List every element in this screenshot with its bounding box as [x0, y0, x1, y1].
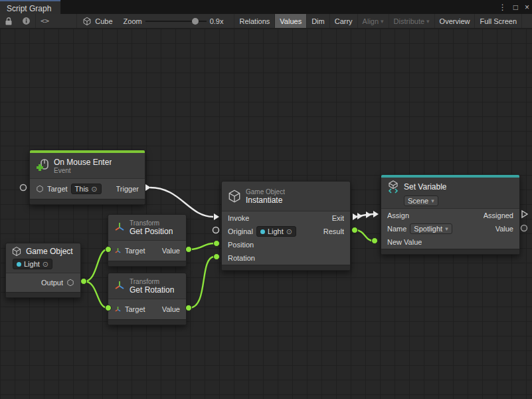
node-set-variable[interactable]: Set Variable Scene ▾ Assign Assigned Nam…: [381, 174, 520, 255]
carry-label: Carry: [335, 17, 353, 25]
variable-kind: Scene: [408, 197, 428, 205]
zoom-slider[interactable]: [145, 14, 207, 29]
code-view-button[interactable]: <>: [36, 14, 54, 28]
fullscreen-button[interactable]: Full Screen: [475, 14, 522, 28]
wire-result-to-newvalue[interactable]: [355, 230, 373, 241]
output-port-label: Output: [41, 279, 63, 287]
toolbar-buttons: Relations Values Dim Carry Align ▾ Distr…: [234, 14, 522, 28]
transform-icon: [114, 247, 122, 255]
target-value-field[interactable]: This ⊙: [71, 184, 102, 194]
original-value-field[interactable]: Light ⊙: [256, 226, 296, 237]
info-button[interactable]: [17, 14, 35, 28]
wire-gameobject-to-getposition[interactable]: [84, 249, 108, 281]
zoom-control: Zoom 0.9x: [118, 14, 229, 28]
values-button[interactable]: Values: [275, 14, 307, 28]
light-object-icon: [17, 262, 21, 267]
new-value-port-label: New Value: [387, 238, 422, 246]
game-object-icon: [227, 189, 242, 203]
value-port-label: Value: [162, 247, 180, 255]
node-on-mouse-enter[interactable]: On Mouse Enter Event Target This ⊙: [29, 150, 145, 205]
port-gameobject-output[interactable]: [81, 279, 87, 285]
tab-bar: Script Graph ⋮ □ ×: [0, 0, 532, 14]
name-port-label: Name: [387, 225, 406, 233]
assigned-port-label: Assigned: [484, 211, 513, 219]
port-assign-input[interactable]: [373, 211, 379, 217]
on-mouse-enter-icon: [35, 158, 50, 173]
assign-port-label: Assign: [387, 211, 409, 219]
relations-button[interactable]: Relations: [234, 14, 275, 28]
dim-button[interactable]: Dim: [307, 14, 330, 28]
lock-button[interactable]: [0, 14, 17, 28]
zoom-slider-knob[interactable]: [192, 18, 199, 25]
code-icon: <>: [41, 17, 49, 25]
graph-breadcrumb[interactable]: Cube: [77, 14, 118, 28]
close-icon[interactable]: ×: [525, 3, 529, 12]
port-exit-output[interactable]: [353, 213, 358, 220]
align-button[interactable]: Align ▾: [358, 14, 389, 28]
invoke-port-label: Invoke: [228, 214, 249, 222]
value-port-label: Value: [495, 225, 513, 233]
exit-port-label: Exit: [332, 214, 344, 222]
node-get-position[interactable]: Transform Get Position Target Value: [108, 214, 187, 267]
port-position-input[interactable]: [214, 241, 220, 247]
variable-kind-dropdown[interactable]: Scene ▾: [404, 196, 438, 206]
chevron-down-icon: ▾: [381, 18, 384, 25]
variable-name-dropdown[interactable]: Spotlight ▾: [410, 223, 452, 234]
node-game-object[interactable]: Game Object Light ⊙ Output: [5, 243, 81, 298]
port-original-input[interactable]: [213, 227, 219, 233]
wire-trigger-to-invoke[interactable]: [150, 188, 213, 217]
node-footer: [30, 199, 145, 204]
target-value: This: [75, 185, 89, 193]
object-picker-icon[interactable]: ⊙: [43, 260, 48, 269]
value-port-label: Value: [162, 305, 180, 313]
maximize-icon[interactable]: □: [513, 3, 518, 12]
graph-canvas[interactable]: On Mouse Enter Event Target This ⊙: [0, 29, 532, 399]
tab-script-graph[interactable]: Script Graph: [0, 0, 60, 14]
port-invoke-input[interactable]: [214, 213, 219, 220]
node-type-label: Transform: [130, 219, 173, 227]
object-picker-icon[interactable]: ⊙: [91, 185, 97, 194]
lock-icon: [5, 17, 13, 26]
target-port-label: Target: [47, 185, 68, 193]
wire-exit-to-assign[interactable]: [356, 214, 373, 217]
relations-label: Relations: [239, 17, 270, 25]
graph-name: Cube: [95, 17, 112, 25]
port-assigned-output[interactable]: [522, 211, 527, 217]
rotation-port-label: Rotation: [228, 254, 255, 262]
wire-position-value[interactable]: [189, 243, 214, 249]
port-value-output[interactable]: [521, 225, 527, 231]
wire-gameobject-to-getrotation[interactable]: [84, 281, 108, 308]
transform-icon: [114, 280, 126, 292]
wire-rotation-value[interactable]: [189, 257, 214, 308]
node-title: Get Rotation: [130, 285, 174, 295]
node-instantiate[interactable]: Game Object Instantiate Invoke Exit Orig…: [221, 181, 351, 271]
game-object-value-field[interactable]: Light ⊙: [13, 259, 52, 269]
original-value: Light: [268, 227, 284, 235]
transform-icon: [114, 306, 122, 313]
chevron-down-icon: ▾: [431, 198, 434, 204]
node-get-rotation[interactable]: Transform Get Rotation Target Value: [108, 273, 187, 325]
info-icon: [22, 17, 31, 25]
overview-label: Overview: [440, 17, 470, 25]
port-trigger-output[interactable]: [145, 184, 151, 191]
node-title: Instantiate: [246, 196, 285, 205]
chevron-down-icon: ▾: [426, 18, 430, 25]
node-title: Set Variable: [404, 182, 446, 192]
zoom-label: Zoom: [124, 17, 142, 25]
distribute-button[interactable]: Distribute ▾: [389, 14, 435, 28]
node-footer: [6, 292, 80, 297]
port-result-output[interactable]: [352, 227, 358, 233]
carry-button[interactable]: Carry: [330, 14, 358, 28]
node-footer: [108, 261, 186, 266]
node-type-label: Transform: [130, 278, 174, 285]
object-picker-icon[interactable]: ⊙: [286, 227, 292, 236]
node-subtitle: Event: [54, 167, 112, 174]
cube-icon: [82, 17, 92, 26]
node-footer: [381, 249, 519, 254]
overview-button[interactable]: Overview: [435, 14, 476, 28]
port-newvalue-input[interactable]: [372, 238, 378, 244]
port-target-input[interactable]: [21, 185, 27, 191]
port-rotation-input[interactable]: [214, 254, 220, 260]
menu-icon[interactable]: ⋮: [499, 3, 507, 12]
flow-arrow-icon: [357, 213, 363, 219]
